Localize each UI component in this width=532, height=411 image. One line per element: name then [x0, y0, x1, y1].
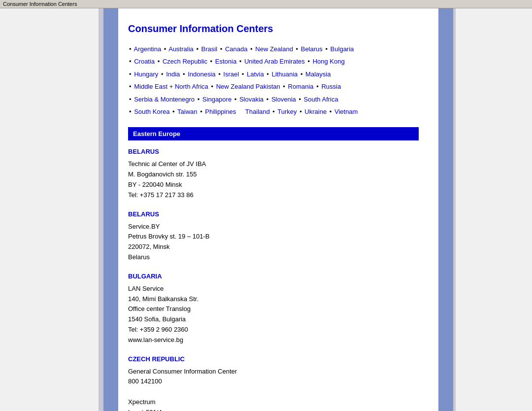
address-block-belarus-1: Technic al Center of JV IBA M. Bogdanovi… — [128, 159, 419, 200]
bullet: • — [129, 96, 132, 103]
bullet: • — [158, 58, 160, 65]
link-singapore[interactable]: Singapore — [202, 96, 232, 103]
bullet: • — [330, 108, 332, 115]
bullet: • — [234, 96, 237, 103]
link-vietnam[interactable]: Vietnam — [334, 108, 358, 115]
link-slovakia[interactable]: Slovakia — [239, 96, 264, 103]
nav-row-1: • Argentina • Australia • Brasil • Canad… — [128, 43, 419, 55]
bullet: • — [164, 45, 166, 53]
bullet: • — [316, 83, 319, 90]
bullet: • — [239, 58, 242, 65]
left-sidebar-blue — [103, 8, 118, 411]
country-label-bulgaria: BULGARIA — [128, 273, 419, 280]
bullet: • — [283, 83, 285, 90]
link-ukraine[interactable]: Ukraine — [304, 108, 327, 115]
bullet: • — [183, 70, 185, 78]
link-india[interactable]: India — [166, 70, 180, 78]
bullet: • — [299, 96, 301, 103]
address-line: 220072, Minsk — [128, 242, 419, 252]
link-estonia[interactable]: Estonia — [215, 58, 236, 65]
country-label-czech-republic: CZECH REPUBLIC — [128, 355, 419, 363]
address-line: Tel: +375 17 217 33 86 — [128, 190, 419, 201]
right-sidebar — [438, 8, 532, 411]
page-title: Consumer Information Centers — [128, 23, 419, 34]
bullet: • — [198, 96, 200, 103]
title-bar: Consumer Information Centers — [0, 0, 532, 8]
link-russia[interactable]: Russia — [321, 83, 341, 90]
bullet: • — [250, 45, 253, 53]
link-bulgaria[interactable]: Bulgaria — [331, 45, 354, 53]
link-hong-kong[interactable]: Hong Kong — [313, 58, 345, 65]
address-line: Petrus Brovky st. 19 – 101-B — [128, 232, 419, 242]
left-sidebar — [0, 8, 118, 411]
bullet: • — [211, 83, 213, 90]
address-block-czech-republic: General Consumer Information Center 800 … — [128, 367, 419, 411]
nav-row-6: • South Korea • Taiwan • Philippines Tha… — [128, 106, 419, 117]
bullet: • — [129, 45, 132, 53]
link-argentina[interactable]: Argentina — [133, 45, 161, 53]
nav-links: • Argentina • Australia • Brasil • Canad… — [128, 43, 419, 117]
link-latvia[interactable]: Latvia — [247, 70, 264, 78]
address-line — [128, 387, 419, 397]
bullet: • — [129, 70, 132, 78]
link-malaysia[interactable]: Malaysia — [305, 70, 331, 78]
nav-row-4: • Middle East + North Africa • New Zeala… — [128, 81, 419, 92]
link-uae[interactable]: United Arab Emirates — [244, 58, 305, 65]
bullet: • — [307, 58, 310, 65]
left-sidebar-white — [0, 8, 99, 411]
address-line: M. Bogdanovich str. 155 — [128, 170, 419, 180]
bullet: • — [129, 83, 132, 90]
link-indonesia[interactable]: Indonesia — [188, 70, 215, 78]
link-brasil[interactable]: Brasil — [201, 45, 218, 53]
bullet: • — [129, 58, 132, 65]
bullet: • — [296, 45, 299, 53]
bullet: • — [266, 70, 269, 78]
section-header-eastern-europe: Eastern Europe — [128, 127, 419, 140]
bullet: • — [172, 108, 175, 115]
title-bar-label: Consumer Information Centers — [3, 1, 77, 7]
address-line: 800 142100 — [128, 377, 419, 387]
nav-row-3: • Hungary • India • Indonesia • Israel •… — [128, 68, 419, 80]
bullet: • — [299, 108, 302, 115]
link-south-africa[interactable]: South Africa — [304, 96, 338, 103]
link-philippines[interactable]: Philippines — [205, 108, 236, 115]
link-thailand[interactable]: Thailand — [245, 108, 270, 115]
address-line: Belarus — [128, 252, 419, 263]
link-new-zealand[interactable]: New Zealand — [255, 45, 293, 53]
link-slovenia[interactable]: Slovenia — [271, 96, 296, 103]
address-line: Service.BY — [128, 222, 419, 232]
bullet: • — [325, 45, 328, 53]
link-czech-republic[interactable]: Czech Republic — [163, 58, 207, 65]
address-line: General Consumer Information Center — [128, 367, 419, 377]
link-croatia[interactable]: Croatia — [134, 58, 155, 65]
address-block-belarus-2: Service.BY Petrus Brovky st. 19 – 101-B … — [128, 222, 419, 263]
address-line: 1540 Sofia, Bulgaria — [128, 314, 419, 325]
country-label-belarus-1: BELARUS — [128, 148, 419, 155]
address-line: 140, Mimi Balkanska Str. — [128, 294, 419, 305]
link-lithuania[interactable]: Lithuania — [271, 70, 298, 78]
address-line: Tel: +359 2 960 2360 — [128, 325, 419, 335]
address-line: www.lan-service.bg — [128, 335, 419, 345]
bullet: • — [210, 58, 213, 65]
link-belarus[interactable]: Belarus — [301, 45, 323, 53]
link-canada[interactable]: Canada — [225, 45, 248, 53]
address-line: LAN Service — [128, 284, 419, 294]
bullet: • — [200, 108, 202, 115]
link-south-korea[interactable]: South Korea — [134, 108, 169, 115]
link-australia[interactable]: Australia — [168, 45, 194, 53]
link-new-zealand-pakistan[interactable]: New Zealand Pakistan — [216, 83, 280, 90]
address-line: BY - 220040 Minsk — [128, 180, 419, 190]
link-turkey[interactable]: Turkey — [277, 108, 297, 115]
link-romania[interactable]: Romania — [288, 83, 314, 90]
page-wrapper: Consumer Information Centers • Argentina… — [0, 8, 532, 411]
link-middle-east[interactable]: Middle East + North Africa — [134, 83, 208, 90]
nav-row-2: • Croatia • Czech Republic • Estonia • U… — [128, 56, 419, 67]
link-taiwan[interactable]: Taiwan — [177, 108, 197, 115]
link-israel[interactable]: Israel — [223, 70, 239, 78]
link-serbia[interactable]: Serbia & Montenegro — [134, 96, 195, 103]
address-line: Office center Translog — [128, 304, 419, 314]
link-hungary[interactable]: Hungary — [134, 70, 158, 78]
bullet: • — [272, 108, 275, 115]
bullet: • — [129, 108, 132, 115]
address-block-bulgaria: LAN Service 140, Mimi Balkanska Str. Off… — [128, 284, 419, 345]
